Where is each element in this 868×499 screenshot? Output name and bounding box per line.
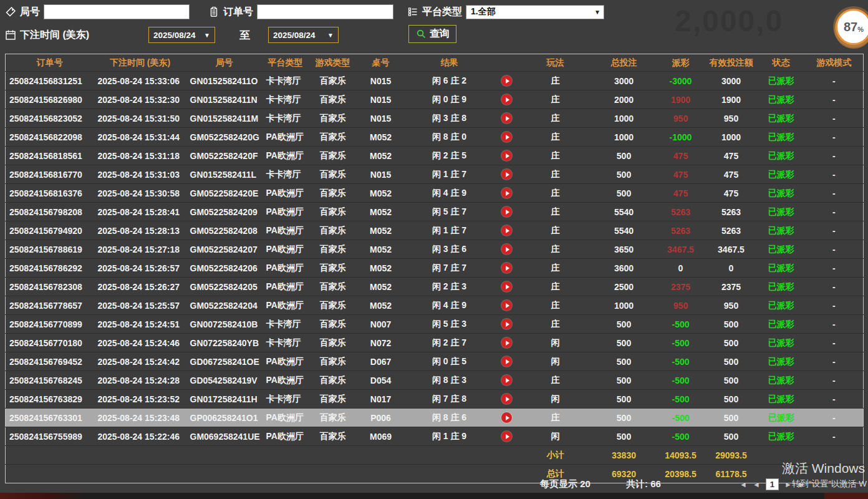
play-icon[interactable] xyxy=(501,431,512,442)
cell-order-id: 250824156816770 xyxy=(6,165,94,184)
table-row[interactable]: 250824156798208 2025-08-24 15:28:41 GM05… xyxy=(6,203,864,221)
table-row[interactable]: 250824156769452 2025-08-24 15:24:42 GD06… xyxy=(6,352,864,371)
cell-play: 闲 xyxy=(519,334,592,352)
cell-table-no: D067 xyxy=(357,352,405,371)
cell-game-type: 百家乐 xyxy=(309,315,357,334)
table-row[interactable]: 250824156778657 2025-08-24 15:25:57 GM05… xyxy=(6,296,864,315)
play-icon[interactable] xyxy=(501,281,512,292)
cell-platform: PA欧洲厅 xyxy=(263,221,309,240)
table-row[interactable]: 250824156831251 2025-08-24 15:33:06 GN01… xyxy=(6,72,864,90)
table-row[interactable]: 250824156770180 2025-08-24 15:24:46 GN07… xyxy=(6,334,864,352)
next-page-icon[interactable]: ► xyxy=(784,480,792,489)
play-icon[interactable] xyxy=(501,412,512,423)
play-icon[interactable] xyxy=(501,244,512,254)
cell-total-bet: 500 xyxy=(592,184,657,203)
cell-platform: PA欧洲厅 xyxy=(263,352,309,371)
query-button[interactable]: 查询 xyxy=(408,25,456,43)
cell-bet-time: 2025-08-24 15:26:27 xyxy=(94,278,186,296)
play-icon[interactable] xyxy=(501,169,512,180)
cell-status: 已派彩 xyxy=(758,128,805,147)
cell-replay xyxy=(494,128,519,147)
cell-replay xyxy=(494,221,519,240)
table-row[interactable]: 250824156794920 2025-08-24 15:28:13 GM05… xyxy=(6,221,864,240)
col-header-payout: 派彩 xyxy=(657,54,705,72)
order-input[interactable] xyxy=(257,4,393,19)
cell-play: 庄 xyxy=(519,184,592,203)
play-icon[interactable] xyxy=(501,113,512,124)
cell-result: 闲 7 庄 7 xyxy=(405,259,494,278)
cell-platform: PA欧洲厅 xyxy=(263,278,309,296)
table-row[interactable]: 250824156816376 2025-08-24 15:30:58 GM05… xyxy=(6,184,864,203)
cell-valid-bet: 500 xyxy=(705,409,758,427)
cell-mode: - xyxy=(805,427,864,446)
cell-order-id: 250824156763301 xyxy=(6,409,94,427)
cell-play: 庄 xyxy=(519,315,592,334)
table-row[interactable]: 250824156768245 2025-08-24 15:24:28 GD05… xyxy=(6,371,864,390)
first-page-icon[interactable]: ◄ xyxy=(740,480,747,489)
prev-page-icon[interactable]: ◄ xyxy=(753,480,760,489)
table-row[interactable]: 250824156782308 2025-08-24 15:26:27 GM05… xyxy=(6,278,864,296)
cell-round-no: GM05225824208 xyxy=(186,221,263,240)
cell-status: 已派彩 xyxy=(758,296,805,315)
cell-valid-bet: 500 xyxy=(705,334,758,352)
cell-total-bet: 1000 xyxy=(592,128,657,147)
cell-total-bet: 500 xyxy=(592,147,657,165)
current-page-number[interactable]: 1 xyxy=(766,478,779,490)
cell-status: 已派彩 xyxy=(758,72,805,90)
col-header-mode: 游戏模式 xyxy=(805,54,864,72)
table-row[interactable]: 250824156826980 2025-08-24 15:32:30 GN01… xyxy=(6,90,864,109)
cell-payout: -3000 xyxy=(657,72,705,90)
cell-status: 已派彩 xyxy=(758,315,805,334)
play-icon[interactable] xyxy=(501,188,512,198)
play-icon[interactable] xyxy=(501,75,512,86)
col-header-valid-bet: 有效投注额 xyxy=(705,54,758,72)
platform-filter: 平台类型 1.全部 ▼ xyxy=(407,4,604,20)
progress-badge-value: 87 xyxy=(844,20,857,34)
table-row[interactable]: 250824156770899 2025-08-24 15:24:51 GN00… xyxy=(6,315,864,334)
date-from-picker[interactable]: 2025/08/24 ▼ xyxy=(148,27,215,43)
play-icon[interactable] xyxy=(501,394,512,404)
play-icon[interactable] xyxy=(501,300,512,311)
cell-order-id: 250824156768245 xyxy=(6,371,94,390)
table-row[interactable]: 250824156816770 2025-08-24 15:31:03 GN01… xyxy=(6,165,864,184)
cell-game-type: 百家乐 xyxy=(309,128,357,147)
table-row[interactable]: 250824156763829 2025-08-24 15:23:52 GN01… xyxy=(6,390,864,409)
play-triangle xyxy=(506,341,509,346)
play-icon[interactable] xyxy=(501,319,512,329)
play-icon[interactable] xyxy=(501,375,512,385)
table-row[interactable]: 250824156788619 2025-08-24 15:27:18 GM05… xyxy=(6,240,864,259)
cell-result: 闲 5 庄 7 xyxy=(405,203,494,221)
date-to-value: 2025/08/24 xyxy=(273,31,316,40)
table-row[interactable]: 250824156786292 2025-08-24 15:26:57 GM05… xyxy=(6,259,864,278)
play-icon[interactable] xyxy=(501,150,512,161)
cell-replay xyxy=(494,427,519,446)
round-input[interactable] xyxy=(44,4,190,19)
cell-status: 已派彩 xyxy=(758,371,805,390)
bottom-strip-left-accent xyxy=(0,493,84,499)
cell-payout: -1000 xyxy=(657,128,705,147)
table-row[interactable]: 250824156763301 2025-08-24 15:23:48 GP00… xyxy=(6,409,864,427)
play-icon[interactable] xyxy=(501,337,512,348)
cell-replay xyxy=(494,390,519,409)
cell-round-no: GM069258241UE xyxy=(186,427,263,446)
play-icon[interactable] xyxy=(501,132,512,142)
cell-valid-bet: 500 xyxy=(705,371,758,390)
platform-select[interactable]: 1.全部 ▼ xyxy=(466,5,604,19)
cell-replay xyxy=(494,296,519,315)
cell-bet-time: 2025-08-24 15:31:18 xyxy=(94,147,186,165)
cell-payout: 0 xyxy=(657,259,705,278)
table-row[interactable]: 250824156755989 2025-08-24 15:22:46 GM06… xyxy=(6,427,864,446)
cell-valid-bet: 500 xyxy=(705,352,758,371)
play-icon[interactable] xyxy=(501,94,512,105)
play-icon[interactable] xyxy=(501,206,512,217)
table-row[interactable]: 250824156822098 2025-08-24 15:31:44 GM05… xyxy=(6,128,864,147)
cell-status: 已派彩 xyxy=(758,278,805,296)
col-header-table-no: 桌号 xyxy=(357,54,405,72)
table-row[interactable]: 250824156823052 2025-08-24 15:31:50 GN01… xyxy=(6,109,864,128)
play-icon[interactable] xyxy=(501,225,512,236)
play-icon[interactable] xyxy=(501,263,512,273)
play-icon[interactable] xyxy=(501,356,512,367)
table-row[interactable]: 250824156818561 2025-08-24 15:31:18 GM05… xyxy=(6,147,864,165)
date-to-picker[interactable]: 2025/08/24 ▼ xyxy=(268,27,339,43)
cell-result: 闲 2 庄 7 xyxy=(405,334,494,352)
